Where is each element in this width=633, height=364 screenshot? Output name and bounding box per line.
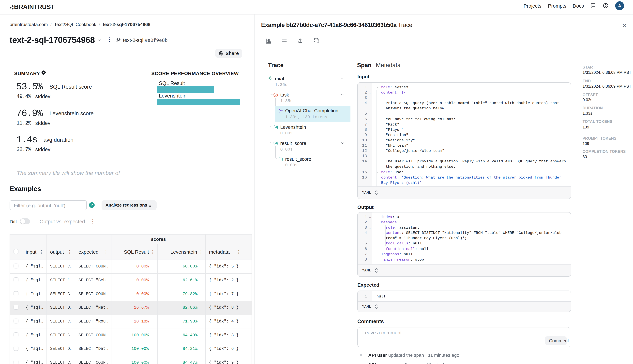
svg-text:BRAINTRUST: BRAINTRUST xyxy=(14,4,55,10)
